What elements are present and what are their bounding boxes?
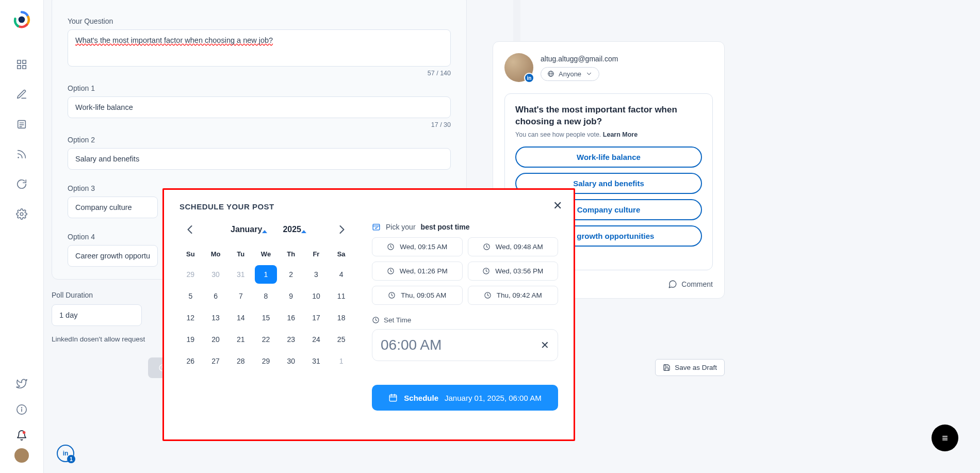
modal-close-button[interactable]: ✕ bbox=[553, 199, 562, 213]
calendar-day[interactable]: 29 bbox=[179, 265, 202, 284]
calendar-dow: Th bbox=[280, 246, 302, 262]
calendar-day[interactable]: 21 bbox=[230, 330, 252, 349]
calendar-day[interactable]: 22 bbox=[255, 330, 277, 349]
calendar-month-select[interactable]: January bbox=[231, 225, 262, 234]
best-time-header: Pick your best post time bbox=[372, 222, 558, 231]
calendar-day[interactable]: 9 bbox=[280, 287, 302, 305]
question-counter: 57 / 140 bbox=[68, 70, 451, 77]
calendar-day[interactable]: 20 bbox=[205, 330, 227, 349]
profile-email: altug.altugg@gmail.com bbox=[541, 55, 618, 63]
option1-counter: 17 / 30 bbox=[68, 121, 451, 128]
nav-dashboard-icon[interactable] bbox=[16, 59, 27, 70]
calendar-day[interactable]: 23 bbox=[280, 330, 302, 349]
suggested-time[interactable]: Thu, 09:05 AM bbox=[372, 286, 463, 305]
calendar-day[interactable]: 24 bbox=[305, 330, 328, 349]
option3-input[interactable] bbox=[68, 197, 158, 218]
calendar-day[interactable]: 1 bbox=[255, 265, 277, 284]
info-icon[interactable] bbox=[16, 404, 27, 415]
calendar-day[interactable]: 1 bbox=[330, 352, 352, 370]
calendar-day[interactable]: 28 bbox=[230, 352, 252, 370]
calendar-day[interactable]: 29 bbox=[255, 352, 277, 370]
svg-rect-4 bbox=[23, 66, 26, 69]
calendar-icon bbox=[388, 393, 398, 402]
calendar-day[interactable]: 3 bbox=[305, 265, 328, 284]
calendar-day[interactable]: 11 bbox=[330, 287, 352, 305]
calendar-day[interactable]: 18 bbox=[330, 308, 352, 327]
option1-input[interactable] bbox=[68, 96, 451, 118]
svg-rect-3 bbox=[18, 66, 21, 69]
calendar-day[interactable]: 31 bbox=[230, 265, 252, 284]
nav-compose-icon[interactable] bbox=[16, 89, 27, 100]
calendar-day[interactable]: 7 bbox=[230, 287, 252, 305]
calendar-day[interactable]: 8 bbox=[255, 287, 277, 305]
time-clear-button[interactable]: ✕ bbox=[541, 339, 549, 351]
schedule-confirm-button[interactable]: Schedule January 01, 2025, 06:00 AM bbox=[372, 385, 558, 411]
suggested-time[interactable]: Wed, 03:56 PM bbox=[468, 262, 559, 281]
calendar-day[interactable]: 14 bbox=[230, 308, 252, 327]
calendar-year-select[interactable]: 2025 bbox=[283, 225, 301, 234]
question-label: Your Question bbox=[68, 17, 451, 25]
calendar-day[interactable]: 17 bbox=[305, 308, 328, 327]
svg-rect-2 bbox=[23, 60, 26, 63]
modal-title: SCHEDULE YOUR POST bbox=[179, 202, 558, 211]
calendar-day[interactable]: 6 bbox=[205, 287, 227, 305]
svg-rect-32 bbox=[390, 395, 397, 401]
user-avatar[interactable] bbox=[14, 448, 29, 463]
suggested-time[interactable]: Wed, 09:15 AM bbox=[372, 237, 463, 256]
suggested-time[interactable]: Thu, 09:42 AM bbox=[468, 286, 559, 305]
sidebar bbox=[0, 0, 44, 473]
linkedin-account-badge[interactable]: in 1 bbox=[57, 445, 74, 462]
svg-point-10 bbox=[20, 213, 23, 216]
calendar-day[interactable]: 5 bbox=[179, 287, 202, 305]
calendar-day[interactable]: 15 bbox=[255, 308, 277, 327]
calendar-day[interactable]: 4 bbox=[330, 265, 352, 284]
visibility-selector[interactable]: Anyone bbox=[541, 67, 599, 81]
set-time-label: Set Time bbox=[372, 316, 558, 324]
option4-input[interactable] bbox=[68, 245, 158, 267]
calendar-day[interactable]: 13 bbox=[205, 308, 227, 327]
help-fab[interactable]: ≡ bbox=[932, 425, 958, 451]
option2-input[interactable] bbox=[68, 148, 451, 170]
save-icon bbox=[663, 364, 671, 371]
calendar-next-button[interactable] bbox=[335, 222, 349, 237]
calendar-dow: Fr bbox=[305, 246, 328, 262]
suggested-time[interactable]: Wed, 09:48 AM bbox=[468, 237, 559, 256]
poll-preview-opt1[interactable]: Work-life balance bbox=[515, 146, 702, 168]
calendar-day[interactable]: 19 bbox=[179, 330, 202, 349]
bell-icon[interactable] bbox=[16, 430, 27, 441]
option2-label: Option 2 bbox=[68, 136, 451, 144]
sidebar-bottom bbox=[14, 371, 29, 473]
clock-icon bbox=[372, 316, 380, 324]
svg-point-9 bbox=[18, 157, 19, 158]
calendar-check-icon bbox=[372, 222, 381, 231]
linkedin-icon: in bbox=[524, 73, 534, 83]
twitter-icon[interactable] bbox=[16, 378, 27, 389]
poll-duration-label: Poll Duration bbox=[52, 291, 93, 299]
svg-point-14 bbox=[23, 431, 26, 434]
calendar-day[interactable]: 12 bbox=[179, 308, 202, 327]
calendar-dow: Su bbox=[179, 246, 202, 262]
nav-news-icon[interactable] bbox=[16, 119, 27, 130]
calendar-day[interactable]: 30 bbox=[280, 352, 302, 370]
save-draft-button[interactable]: Save as Draft bbox=[655, 359, 725, 376]
suggested-time[interactable]: Wed, 01:26 PM bbox=[372, 262, 463, 281]
svg-rect-23 bbox=[373, 224, 380, 230]
calendar-day[interactable]: 25 bbox=[330, 330, 352, 349]
calendar-day[interactable]: 16 bbox=[280, 308, 302, 327]
time-input[interactable]: 06:00 AM ✕ bbox=[372, 329, 558, 361]
calendar-dow: Mo bbox=[205, 246, 227, 262]
nav-rss-icon[interactable] bbox=[16, 149, 27, 160]
calendar: January 2025 SuMoTuWeThFrSa2930311234567… bbox=[179, 222, 352, 411]
calendar-day[interactable]: 10 bbox=[305, 287, 328, 305]
poll-duration-input[interactable] bbox=[52, 304, 142, 326]
calendar-day[interactable]: 2 bbox=[280, 265, 302, 284]
nav-refresh-icon[interactable] bbox=[16, 178, 27, 190]
calendar-day[interactable]: 31 bbox=[305, 352, 328, 370]
calendar-day[interactable]: 26 bbox=[179, 352, 202, 370]
question-input[interactable]: What's the most important factor when ch… bbox=[68, 29, 451, 67]
calendar-day[interactable]: 27 bbox=[205, 352, 227, 370]
calendar-dow: Sa bbox=[330, 246, 352, 262]
nav-settings-icon[interactable] bbox=[16, 208, 27, 220]
calendar-day[interactable]: 30 bbox=[205, 265, 227, 284]
calendar-prev-button[interactable] bbox=[183, 222, 197, 237]
